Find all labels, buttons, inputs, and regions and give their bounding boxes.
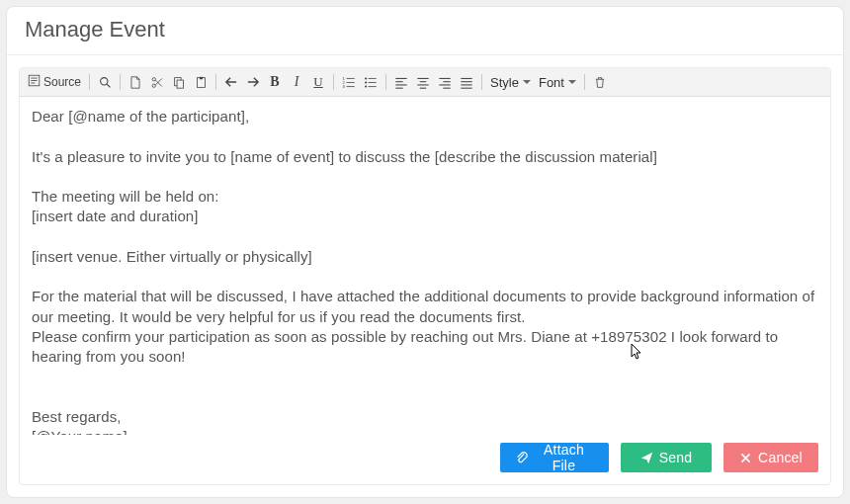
send-label: Send [659, 450, 693, 465]
chevron-down-icon [568, 80, 576, 84]
align-left-button[interactable] [392, 72, 410, 92]
undo-button[interactable] [222, 72, 240, 92]
manage-event-panel: Manage Event Source [6, 6, 844, 498]
toolbar-separator [89, 74, 90, 90]
numbered-list-icon: 123 [342, 76, 356, 89]
content-line: Best regards, [32, 407, 818, 427]
paperclip-icon [516, 452, 529, 464]
source-button[interactable]: Source [26, 74, 83, 90]
clipboard-icon [195, 76, 208, 89]
content-line: For the material that will be discussed,… [32, 287, 818, 327]
style-dropdown[interactable]: Style [488, 75, 533, 90]
content-line: Please confirm your participation as soo… [32, 327, 818, 368]
bullet-list-button[interactable] [362, 72, 380, 92]
svg-line-2 [107, 84, 110, 87]
preview-button[interactable] [96, 72, 114, 92]
cancel-button[interactable]: Cancel [723, 443, 818, 472]
toolbar-separator [584, 74, 585, 90]
toolbar-separator [385, 74, 386, 90]
toolbar-separator [120, 74, 121, 90]
editor-toolbar: Source [20, 68, 830, 97]
numbered-list-button[interactable]: 123 [340, 72, 358, 92]
align-justify-button[interactable] [458, 72, 475, 92]
chevron-down-icon [523, 80, 531, 84]
toolbar-separator [333, 74, 334, 90]
bold-button[interactable]: B [266, 72, 284, 92]
align-right-button[interactable] [436, 72, 454, 92]
attach-file-button[interactable]: Attach File [500, 443, 609, 472]
svg-point-17 [365, 77, 367, 79]
editor-content[interactable]: Dear [@name of the participant], It's a … [20, 97, 830, 435]
remove-format-button[interactable] [591, 72, 609, 92]
arrow-right-icon [246, 76, 260, 88]
svg-point-18 [365, 81, 367, 83]
svg-point-3 [152, 84, 155, 87]
bullet-list-icon [364, 76, 378, 89]
attach-label: Attach File [535, 442, 593, 473]
svg-point-1 [100, 77, 107, 84]
svg-line-5 [155, 80, 162, 87]
magnifier-icon [99, 76, 112, 89]
italic-icon: I [295, 74, 299, 90]
italic-button[interactable]: I [288, 72, 305, 92]
editor-card: Source [19, 67, 831, 485]
svg-point-4 [152, 77, 155, 80]
paste-button[interactable] [192, 72, 210, 92]
toolbar-separator [481, 74, 482, 90]
panel-header: Manage Event [7, 7, 843, 55]
underline-button[interactable]: U [309, 72, 327, 92]
svg-point-19 [365, 85, 367, 87]
close-icon [739, 452, 752, 464]
toolbar-separator [215, 74, 216, 90]
content-line: The meeting will be held on: [32, 187, 818, 207]
align-justify-icon [460, 76, 473, 89]
content-line: [insert date and duration] [32, 207, 818, 226]
new-page-button[interactable] [127, 72, 144, 92]
content-line: [@Your name] [32, 427, 818, 435]
align-center-icon [416, 76, 430, 89]
copy-button[interactable] [170, 72, 188, 92]
scissors-icon [150, 76, 164, 89]
page-title: Manage Event [25, 17, 825, 42]
svg-line-6 [155, 78, 162, 85]
send-button[interactable]: Send [621, 443, 712, 472]
page-icon [129, 76, 141, 89]
font-label: Font [539, 75, 564, 90]
align-right-icon [438, 76, 452, 89]
paper-plane-icon [640, 452, 653, 464]
arrow-left-icon [224, 76, 238, 88]
svg-rect-10 [199, 76, 202, 78]
trash-icon [594, 76, 606, 89]
svg-rect-8 [177, 80, 184, 88]
content-line: Dear [@name of the participant], [32, 107, 818, 126]
align-left-icon [394, 76, 408, 89]
action-bar: Attach File Send Cancel [20, 435, 830, 484]
underline-icon: U [313, 74, 322, 90]
align-center-button[interactable] [414, 72, 432, 92]
cancel-label: Cancel [758, 450, 803, 465]
source-label: Source [43, 75, 81, 89]
redo-button[interactable] [244, 72, 262, 92]
style-label: Style [490, 75, 519, 90]
cut-button[interactable] [148, 72, 166, 92]
copy-icon [173, 76, 186, 89]
bold-icon: B [270, 74, 279, 90]
source-icon [28, 74, 41, 90]
svg-text:3: 3 [343, 84, 346, 89]
content-line: It's a pleasure to invite you to [name o… [32, 147, 818, 167]
font-dropdown[interactable]: Font [537, 75, 578, 90]
content-line: [insert venue. Either virtually or physi… [32, 247, 818, 267]
